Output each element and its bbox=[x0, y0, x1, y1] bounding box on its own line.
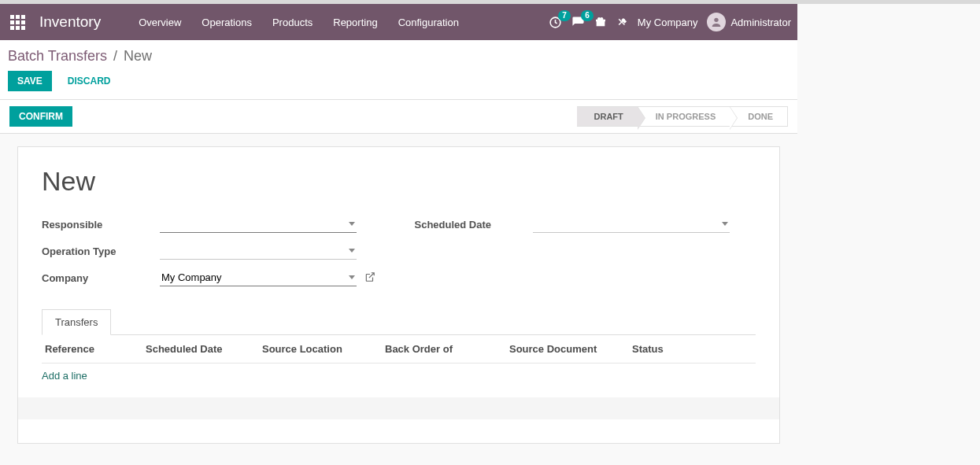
scheduled-date-field[interactable] bbox=[533, 216, 730, 233]
external-link-icon[interactable] bbox=[364, 271, 375, 285]
company-selector[interactable]: My Company bbox=[638, 17, 698, 28]
operation-type-field[interactable] bbox=[160, 242, 357, 260]
chevron-down-icon[interactable] bbox=[349, 275, 355, 279]
responsible-field[interactable] bbox=[160, 216, 357, 233]
apps-icon[interactable] bbox=[8, 13, 27, 31]
chevron-down-icon[interactable] bbox=[349, 222, 355, 226]
activities-badge: 7 bbox=[558, 10, 571, 21]
menu-reporting[interactable]: Reporting bbox=[324, 12, 386, 33]
col-reference[interactable]: Reference bbox=[42, 343, 142, 355]
responsible-input[interactable] bbox=[161, 218, 346, 230]
control-panel: Batch Transfers / New SAVE DISCARD bbox=[0, 40, 797, 100]
save-button[interactable]: SAVE bbox=[8, 71, 52, 91]
breadcrumb-current: New bbox=[124, 48, 152, 65]
menu-overview[interactable]: Overview bbox=[129, 12, 190, 33]
tools-icon[interactable]: ✕ bbox=[616, 17, 628, 28]
status-step-done[interactable]: DONE bbox=[730, 106, 788, 127]
avatar bbox=[707, 13, 726, 31]
main-menu: Overview Operations Products Reporting C… bbox=[129, 12, 468, 33]
status-steps: DRAFT IN PROGRESS DONE bbox=[577, 106, 788, 127]
company-name: My Company bbox=[638, 17, 698, 28]
page-title: New bbox=[42, 166, 756, 197]
operation-type-input[interactable] bbox=[161, 245, 346, 256]
list-header: Reference Scheduled Date Source Location… bbox=[42, 335, 756, 364]
form-sheet: New Responsible Operation Type bbox=[17, 146, 780, 444]
col-scheduled-date[interactable]: Scheduled Date bbox=[142, 343, 259, 355]
user-name: Administrator bbox=[730, 17, 791, 28]
col-back-order-of[interactable]: Back Order of bbox=[382, 343, 506, 355]
confirm-button[interactable]: CONFIRM bbox=[9, 106, 72, 127]
label-responsible: Responsible bbox=[42, 219, 160, 231]
add-a-line[interactable]: Add a line bbox=[42, 364, 756, 388]
label-scheduled-date: Scheduled Date bbox=[415, 219, 533, 231]
svg-point-1 bbox=[715, 18, 719, 22]
chevron-down-icon[interactable] bbox=[349, 249, 355, 253]
gift-icon[interactable] bbox=[594, 16, 607, 28]
menu-operations[interactable]: Operations bbox=[192, 12, 261, 33]
list-empty-shade bbox=[18, 397, 779, 419]
company-field[interactable] bbox=[160, 269, 357, 286]
statusbar: CONFIRM DRAFT IN PROGRESS DONE bbox=[0, 100, 797, 134]
breadcrumb-sep: / bbox=[113, 48, 117, 65]
messages-badge: 6 bbox=[581, 10, 594, 21]
label-company: Company bbox=[42, 272, 160, 284]
col-status[interactable]: Status bbox=[629, 343, 756, 355]
app-name[interactable]: Inventory bbox=[39, 13, 101, 31]
messages-icon[interactable]: 6 bbox=[571, 16, 585, 29]
discard-button[interactable]: DISCARD bbox=[58, 71, 120, 91]
col-source-location[interactable]: Source Location bbox=[259, 343, 382, 355]
status-step-draft[interactable]: DRAFT bbox=[577, 106, 638, 127]
user-menu[interactable]: Administrator bbox=[707, 13, 791, 31]
tab-transfers[interactable]: Transfers bbox=[42, 309, 111, 335]
menu-products[interactable]: Products bbox=[263, 12, 322, 33]
chevron-down-icon[interactable] bbox=[722, 222, 728, 226]
breadcrumb-parent[interactable]: Batch Transfers bbox=[8, 48, 107, 65]
company-input[interactable] bbox=[161, 271, 346, 283]
scheduled-date-input[interactable] bbox=[534, 218, 719, 230]
status-step-inprogress[interactable]: IN PROGRESS bbox=[638, 106, 730, 127]
activities-icon[interactable]: 7 bbox=[549, 16, 562, 29]
navbar: Inventory Overview Operations Products R… bbox=[0, 4, 797, 40]
menu-configuration[interactable]: Configuration bbox=[389, 12, 468, 33]
breadcrumb: Batch Transfers / New bbox=[8, 48, 790, 65]
label-operation-type: Operation Type bbox=[42, 245, 160, 257]
col-source-document[interactable]: Source Document bbox=[506, 343, 629, 355]
